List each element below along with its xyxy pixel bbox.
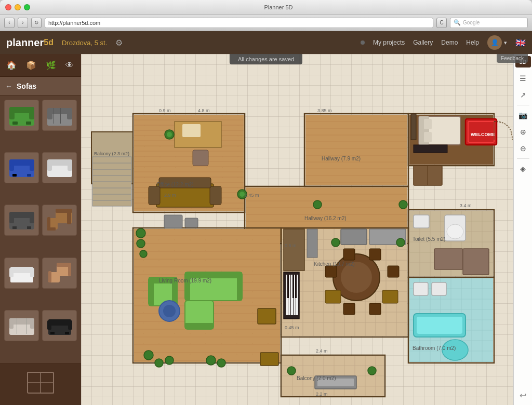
svg-rect-258 (296, 275, 298, 315)
sofa-item-3[interactable] (4, 152, 39, 183)
canvas-area[interactable]: Balcony (2.3 m2) (81, 54, 513, 405)
svg-rect-162 (409, 211, 493, 276)
sofa-item-7[interactable] (4, 258, 39, 289)
svg-rect-3 (9, 107, 34, 113)
toolbar-separator-1 (517, 105, 529, 105)
sofa-item-10[interactable] (42, 310, 77, 341)
svg-rect-223 (156, 184, 214, 207)
sofa-icon-8 (46, 261, 73, 286)
logo-number: 5d (44, 38, 54, 47)
svg-point-277 (396, 238, 405, 247)
user-avatar[interactable]: 👤 (487, 35, 502, 50)
svg-rect-100 (409, 115, 493, 165)
svg-rect-259 (287, 275, 289, 298)
refresh-nav-btn[interactable]: ↻ (31, 18, 42, 28)
svg-rect-280 (414, 215, 429, 228)
maximize-btn[interactable] (24, 4, 30, 10)
svg-rect-212 (466, 119, 497, 145)
svg-rect-284 (417, 317, 462, 334)
share-btn[interactable]: ↗ (515, 87, 531, 103)
svg-rect-41 (48, 271, 51, 282)
nav-gallery[interactable]: Gallery (413, 39, 433, 46)
sofa-item-4[interactable] (42, 152, 77, 183)
svg-rect-54 (65, 332, 69, 334)
category-back-button[interactable]: ← (5, 82, 12, 90)
svg-point-247 (155, 359, 163, 367)
svg-rect-253 (284, 272, 299, 319)
sofa-item-5[interactable] (4, 205, 39, 236)
svg-point-230 (399, 200, 407, 209)
list-view-btn[interactable]: ☰ (515, 71, 531, 86)
browser-chrome: Planner 5D ‹ › ↻ http://planner5d.com C … (0, 0, 532, 31)
svg-rect-234 (237, 272, 242, 301)
reload-btn[interactable]: C (436, 18, 447, 28)
sofa-icon-4 (46, 155, 73, 180)
svg-rect-268 (343, 303, 355, 315)
nav-my-projects[interactable]: My projects (373, 39, 405, 46)
zoom-out-btn[interactable]: ⊖ (515, 141, 531, 156)
svg-rect-228 (185, 218, 198, 227)
svg-point-248 (165, 356, 174, 365)
landscape-icon[interactable]: 🌿 (44, 58, 58, 72)
eye-icon[interactable]: 👁 (63, 59, 76, 72)
sofa-icon-9 (8, 313, 35, 338)
project-name[interactable]: Drozdova, 5 st. (62, 39, 107, 47)
svg-text:0.9 m: 0.9 m (159, 108, 171, 113)
svg-rect-270 (325, 266, 337, 277)
nav-help[interactable]: Help (466, 39, 479, 46)
svg-rect-37 (10, 267, 33, 273)
sofa-item-2[interactable] (42, 100, 77, 131)
svg-rect-31 (47, 217, 50, 228)
settings-icon[interactable]: ⚙ (115, 38, 123, 48)
svg-rect-52 (48, 319, 71, 326)
svg-rect-16 (12, 174, 17, 177)
sofa-item-1[interactable] (4, 100, 39, 131)
svg-rect-233 (185, 272, 190, 301)
forward-nav-btn[interactable]: › (18, 18, 28, 28)
svg-rect-273 (382, 290, 398, 303)
toolbar-icons: 🏠 📦 🌿 👁 (0, 54, 81, 77)
furniture-icon[interactable]: 📦 (24, 58, 38, 72)
address-bar[interactable]: http://planner5d.com (45, 18, 433, 28)
svg-rect-87 (304, 114, 408, 186)
minimize-btn[interactable] (15, 4, 21, 10)
svg-rect-226 (159, 178, 211, 188)
zoom-in-btn[interactable]: ⊕ (515, 124, 531, 140)
svg-rect-21 (47, 159, 72, 166)
sofa-item-8[interactable] (42, 258, 77, 289)
svg-rect-140 (282, 229, 407, 336)
svg-rect-111 (133, 228, 281, 363)
svg-text:0.6 m: 0.6 m (285, 243, 297, 248)
svg-rect-42 (68, 263, 71, 276)
close-btn[interactable] (5, 4, 11, 10)
feedback-button[interactable]: Feedback (497, 54, 528, 63)
svg-point-249 (206, 356, 216, 365)
svg-text:Office (12.2 m2): Office (12.2 m2) (156, 182, 194, 187)
svg-rect-227 (164, 215, 182, 228)
svg-point-264 (333, 254, 380, 301)
language-flag[interactable]: 🇬🇧 (515, 38, 526, 48)
settings-right-btn[interactable]: ◈ (515, 161, 531, 177)
left-bottom-area (0, 363, 81, 405)
search-bar[interactable]: 🔍 Google (450, 18, 528, 28)
undo-button[interactable]: ↩ (515, 387, 531, 403)
svg-text:3.85 m: 3.85 m (317, 108, 332, 113)
svg-rect-218 (193, 150, 208, 166)
svg-rect-57 (41, 383, 54, 393)
back-nav-btn[interactable]: ‹ (4, 18, 15, 28)
svg-rect-4 (12, 122, 18, 125)
svg-rect-278 (445, 215, 466, 241)
camera-btn[interactable]: 📷 (515, 107, 531, 123)
svg-rect-272 (325, 290, 341, 303)
nav-demo[interactable]: Demo (441, 39, 458, 46)
svg-rect-33 (47, 227, 56, 231)
category-title: Sofas (17, 82, 36, 90)
home-icon[interactable]: 🏠 (4, 58, 19, 72)
svg-point-241 (159, 301, 180, 321)
sofa-icon-10 (46, 313, 73, 338)
sofa-item-6[interactable] (42, 205, 77, 236)
svg-rect-287 (432, 282, 446, 295)
sofa-item-9[interactable] (4, 310, 39, 341)
avatar-chevron[interactable]: ▾ (504, 39, 507, 46)
svg-rect-17 (27, 174, 31, 177)
